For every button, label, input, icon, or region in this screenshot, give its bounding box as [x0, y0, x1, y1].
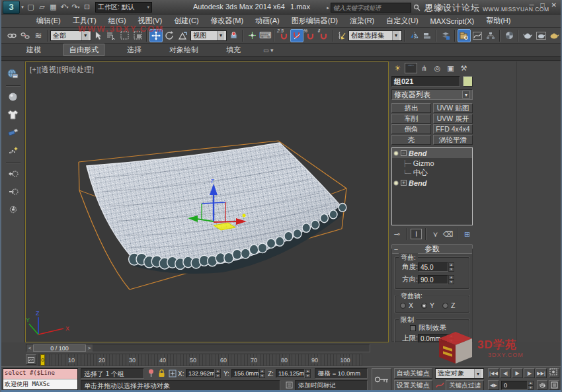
frame-spinner[interactable]: ▲▼ — [528, 381, 534, 390]
edit-named-selection-sets-icon[interactable] — [335, 29, 348, 42]
remove-modifier-icon[interactable]: ⌫ — [442, 229, 454, 239]
tab-modify-icon[interactable]: ⌒ — [405, 63, 417, 73]
z-coord-field[interactable]: 116.125mm — [276, 369, 305, 378]
keyboard-shortcut-override-icon[interactable]: ⌨ — [259, 29, 272, 42]
y-coord-field[interactable]: 156.0mm — [231, 369, 259, 378]
menu-modifiers[interactable]: 修改器(M) — [205, 16, 250, 26]
menu-create[interactable]: 创建(C) — [168, 16, 204, 26]
undo-icon[interactable]: ↶▾ — [59, 1, 70, 13]
key-filters-scope-dropdown[interactable]: 选定对象 ▾ — [435, 368, 484, 379]
listener-script-line[interactable]: 欢迎使用 MAXSc — [3, 379, 77, 389]
select-by-name-icon[interactable] — [104, 29, 118, 42]
particle-scatter-icon[interactable] — [5, 142, 21, 158]
select-and-move-icon[interactable] — [149, 29, 163, 42]
limit-effect-checkbox[interactable] — [410, 325, 416, 331]
container-update-icon[interactable] — [5, 201, 21, 217]
asset-browser-icon[interactable] — [5, 65, 21, 81]
unwrap-uvw-button[interactable]: UVW 展开 — [433, 114, 473, 124]
absolute-offset-toggle-icon[interactable] — [167, 368, 177, 378]
direction-spinner[interactable]: ▲▼ — [448, 275, 454, 284]
tab-display-icon[interactable]: ▣ — [444, 63, 457, 73]
object-color-swatch[interactable] — [463, 76, 473, 87]
new-file-icon[interactable]: ▢ — [25, 1, 36, 13]
save-file-icon[interactable]: ▦ — [48, 1, 59, 13]
auto-key-button[interactable]: 自动关键点 — [394, 368, 432, 379]
axis-y-radio[interactable] — [421, 303, 427, 309]
extrude-button[interactable]: 挤出 — [391, 103, 431, 113]
set-key-button[interactable]: 设置关键点 — [394, 380, 432, 391]
ribbon-tab-object-paint[interactable]: 对象绘制 — [164, 44, 204, 56]
menu-edit[interactable]: 编辑(E) — [30, 16, 67, 26]
x-coord-field[interactable]: 132.962mm — [186, 369, 215, 378]
app-logo-icon[interactable]: 3 — [3, 1, 20, 14]
upper-limit-spinner[interactable]: ▲▼ — [448, 334, 454, 343]
project-folder-icon[interactable]: ⊡ — [81, 1, 93, 13]
unlink-selection-icon[interactable] — [19, 29, 32, 42]
listener-macro-line[interactable]: select #($Line — [3, 369, 77, 379]
viewport-label[interactable]: [+][透视][明暗处理] — [30, 65, 94, 75]
select-and-manipulate-icon[interactable] — [245, 29, 259, 42]
snap-toggle-25-icon[interactable]: 2.5 — [277, 29, 290, 42]
render-setup-icon[interactable] — [521, 29, 534, 42]
search-icon[interactable] — [411, 2, 422, 13]
maxscript-mini-listener[interactable]: select #($Line 欢迎使用 MAXSc — [3, 368, 78, 390]
maximize-viewport-toggle-icon[interactable] — [549, 380, 559, 390]
track-bar-ruler[interactable]: 0 10 20 30 40 50 60 70 80 90 100 — [38, 354, 362, 366]
stack-row-bend-2[interactable]: + Bend — [392, 178, 472, 188]
stack-row-bend-1[interactable]: − Bend — [392, 148, 472, 158]
mini-curve-editor-button[interactable] — [26, 354, 36, 365]
ribbon-tab-selection[interactable]: 选择 — [122, 44, 147, 56]
search-flyout-icon[interactable]: ▸ — [325, 2, 331, 13]
ribbon-tab-freeform[interactable]: 自由形式 — [63, 44, 104, 56]
angle-snap-toggle-icon[interactable] — [290, 29, 303, 42]
material-editor-icon[interactable] — [502, 29, 516, 42]
key-mode-toggle-button[interactable]: ◀▶ — [488, 380, 499, 390]
previous-frame-button[interactable]: ◀| — [500, 368, 511, 378]
reference-coordinate-dropdown[interactable]: 视图 ▾ — [190, 30, 227, 41]
show-end-result-icon[interactable]: Ⅰ — [411, 229, 422, 239]
rendered-frame-window-icon[interactable] — [534, 29, 547, 42]
ribbon-tab-modeling[interactable]: 建模 — [21, 44, 46, 56]
rectangular-selection-region-icon[interactable] — [118, 29, 131, 42]
menu-animation[interactable]: 动画(A) — [249, 16, 286, 26]
close-button[interactable]: ✕ — [551, 1, 557, 9]
go-to-end-button[interactable]: ▶▶| — [536, 368, 547, 378]
paint-deform-icon[interactable] — [5, 124, 21, 140]
go-to-start-button[interactable]: |◀◀ — [488, 368, 499, 378]
lathe-button[interactable]: 车削 — [391, 114, 431, 124]
isolate-selection-pin-icon[interactable] — [146, 368, 156, 378]
percent-snap-toggle-icon[interactable]: % — [303, 29, 317, 42]
turbosmooth-button[interactable]: 涡轮平滑 — [433, 135, 473, 145]
select-object-icon[interactable] — [91, 29, 104, 42]
make-unique-icon[interactable]: ⋎ — [430, 229, 441, 239]
stack-row-center[interactable]: └─ 中心 — [392, 168, 472, 178]
curve-editor-icon[interactable] — [471, 29, 484, 42]
align-icon[interactable] — [421, 29, 434, 42]
menu-customize[interactable]: 自定义(U) — [380, 16, 424, 26]
axis-z-radio[interactable] — [442, 303, 448, 309]
time-slider[interactable]: < 0 / 100 > — [26, 344, 370, 352]
render-production-icon[interactable] — [547, 29, 561, 42]
object-name-field[interactable]: 组021 — [391, 76, 460, 87]
angle-field[interactable]: 45.0 — [418, 262, 448, 272]
modifier-enable-bulb-icon[interactable] — [393, 151, 399, 156]
menu-tools[interactable]: 工具(T) — [67, 16, 102, 26]
configure-modifier-sets-icon[interactable]: ⊞ — [462, 229, 473, 239]
current-frame-marker[interactable]: 0 — [40, 354, 45, 366]
next-frame-button[interactable]: |▶ — [524, 368, 535, 378]
menu-maxscript[interactable]: MAXScript(X) — [424, 17, 481, 25]
play-button[interactable]: ▶ — [512, 368, 523, 378]
container-inherit-icon[interactable] — [5, 165, 21, 181]
expand-collapse-icon[interactable]: − — [401, 150, 407, 156]
time-slider-handle[interactable]: 0 / 100 — [33, 344, 86, 352]
key-curve-icon[interactable] — [435, 380, 445, 390]
direction-field[interactable]: 90.0 — [418, 275, 448, 284]
modifier-list-dropdown[interactable]: 修改器列表 ▾ — [391, 89, 473, 100]
x-coord-spinner[interactable]: ▲▼ — [215, 369, 221, 378]
bind-to-space-warp-icon[interactable]: ≋ — [32, 29, 45, 42]
use-pivot-center-icon[interactable] — [227, 29, 240, 42]
ffd-4x4x4-button[interactable]: FFD 4x4x4 — [433, 124, 473, 134]
z-coord-spinner[interactable]: ▲▼ — [305, 369, 311, 378]
tab-utilities-icon[interactable]: ⚒ — [458, 63, 470, 73]
previous-frame-arrow[interactable]: < — [26, 344, 33, 352]
